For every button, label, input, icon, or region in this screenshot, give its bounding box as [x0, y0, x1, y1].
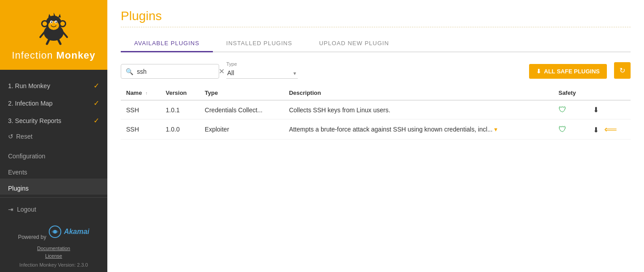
tab-upload-plugin[interactable]: UPLOAD NEW PLUGIN — [305, 35, 402, 52]
cell-action-2: ⬇ ⟸ — [588, 119, 631, 140]
svg-point-3 — [42, 21, 47, 26]
cell-version-1: 1.0.1 — [161, 100, 199, 119]
download-button-1[interactable]: ⬇ — [593, 106, 599, 114]
col-description: Description — [284, 86, 553, 100]
sidebar-logo: Infection Monkey — [0, 0, 107, 70]
cell-action-1: ⬇ — [588, 100, 631, 119]
search-box: 🔍 ✕ — [121, 64, 219, 79]
logo-text-bold: Monkey — [56, 50, 96, 61]
svg-point-5 — [60, 21, 65, 26]
type-label: Type — [226, 61, 298, 67]
doc-links: Documentation License — [8, 245, 99, 260]
select-wrapper: All Credentials Collector Exploiter Fing… — [226, 68, 298, 79]
clear-icon[interactable]: ✕ — [219, 67, 225, 76]
search-input[interactable] — [137, 68, 215, 75]
sidebar-nav: 1. Run Monkey ✓ 2. Infection Map ✓ 3. Se… — [0, 70, 107, 197]
annotation-arrow-2: ⟸ — [604, 124, 617, 135]
cell-type-2: Exploiter — [199, 119, 284, 140]
tab-installed-plugins[interactable]: INSTALLED PLUGINS — [213, 35, 306, 52]
reset-icon: ↺ — [8, 133, 13, 140]
safety-shield-icon-1: 🛡 — [559, 105, 567, 114]
col-action — [588, 86, 631, 100]
cell-desc-2: Attempts a brute-force attack against SS… — [284, 119, 553, 140]
akamai-circle-logo — [48, 225, 62, 239]
col-name: Name ↑ — [121, 86, 161, 100]
nav-configuration[interactable]: Configuration — [0, 146, 107, 162]
tab-available-plugins[interactable]: AVAILABLE PLUGINS — [121, 35, 213, 52]
version-text: Infection Monkey Version: 2.3.0 — [8, 262, 99, 268]
license-link[interactable]: License — [8, 252, 99, 260]
svg-point-9 — [51, 21, 52, 23]
monkey-icon — [36, 10, 72, 46]
col-safety: Safety — [553, 86, 588, 100]
tabs: AVAILABLE PLUGINS INSTALLED PLUGINS UPLO… — [121, 35, 631, 52]
table-header: Name ↑ Version Type Description Safety — [121, 86, 631, 100]
cell-desc-1: Collects SSH keys from Linux users. — [284, 100, 553, 119]
cell-safety-2: 🛡 — [553, 119, 588, 140]
cell-type-1: Credentials Collect... — [199, 100, 284, 119]
logout-button[interactable]: ⇥ Logout — [8, 204, 99, 215]
svg-point-16 — [53, 230, 57, 234]
akamai-logo: Akamai — [48, 225, 89, 239]
logo-text-normal: Infection — [12, 50, 56, 61]
col-type: Type — [199, 86, 284, 100]
page-title: Plugins — [121, 9, 631, 23]
main-content: Plugins AVAILABLE PLUGINS INSTALLED PLUG… — [107, 0, 644, 272]
download-all-icon: ⬇ — [536, 68, 541, 75]
plugins-table: Name ↑ Version Type Description Safety S… — [121, 86, 631, 140]
svg-line-11 — [47, 39, 49, 44]
nav-events[interactable]: Events — [0, 162, 107, 178]
documentation-link[interactable]: Documentation — [8, 245, 99, 253]
sort-icon-name[interactable]: ↑ — [145, 91, 148, 96]
table-row: SSH 1.0.1 Credentials Collect... Collect… — [121, 100, 631, 119]
svg-point-10 — [55, 21, 57, 23]
cell-name-1: SSH — [121, 100, 161, 119]
check-security-reports: ✓ — [93, 116, 99, 125]
logo-text: Infection Monkey — [12, 50, 95, 61]
refresh-button[interactable]: ↻ — [614, 62, 631, 79]
all-safe-plugins-button[interactable]: ⬇ ALL SAFE PLUGINS — [529, 64, 607, 79]
safety-shield-icon-2: 🛡 — [559, 125, 567, 134]
col-version: Version — [161, 86, 199, 100]
check-run-monkey: ✓ — [93, 81, 99, 90]
toolbar: 🔍 ✕ Type All Credentials Collector Explo… — [121, 61, 631, 79]
svg-line-13 — [40, 32, 45, 37]
svg-line-14 — [63, 32, 67, 37]
sidebar: Infection Monkey 1. Run Monkey ✓ 2. Infe… — [0, 0, 107, 272]
table-body: SSH 1.0.1 Credentials Collect... Collect… — [121, 100, 631, 140]
svg-line-12 — [58, 39, 60, 44]
type-select[interactable]: All Credentials Collector Exploiter Fing… — [226, 68, 298, 79]
download-button-2[interactable]: ⬇ — [593, 126, 599, 134]
svg-point-6 — [48, 21, 59, 30]
nav-item-security-reports[interactable]: 3. Security Reports ✓ — [0, 112, 107, 129]
type-filter: Type All Credentials Collector Exploiter… — [226, 61, 298, 79]
table-row: SSH 1.0.0 Exploiter Attempts a brute-for… — [121, 119, 631, 140]
title-divider — [121, 27, 631, 27]
nav-plugins[interactable]: Plugins — [0, 178, 107, 195]
logout-icon: ⇥ — [8, 206, 13, 213]
sidebar-footer: ⇥ Logout Powered by Akamai Documentation… — [0, 197, 107, 272]
nav-item-run-monkey[interactable]: 1. Run Monkey ✓ — [0, 77, 107, 94]
nav-item-infection-map[interactable]: 2. Infection Map ✓ — [0, 94, 107, 112]
cell-name-2: SSH — [121, 119, 161, 140]
expand-icon-2[interactable]: ▾ — [494, 126, 497, 133]
check-infection-map: ✓ — [93, 99, 99, 107]
reset-button[interactable]: ↺ Reset — [0, 129, 107, 146]
cell-safety-1: 🛡 — [553, 100, 588, 119]
powered-by: Powered by Akamai — [8, 223, 99, 240]
search-icon: 🔍 — [126, 68, 133, 75]
cell-version-2: 1.0.0 — [161, 119, 199, 140]
